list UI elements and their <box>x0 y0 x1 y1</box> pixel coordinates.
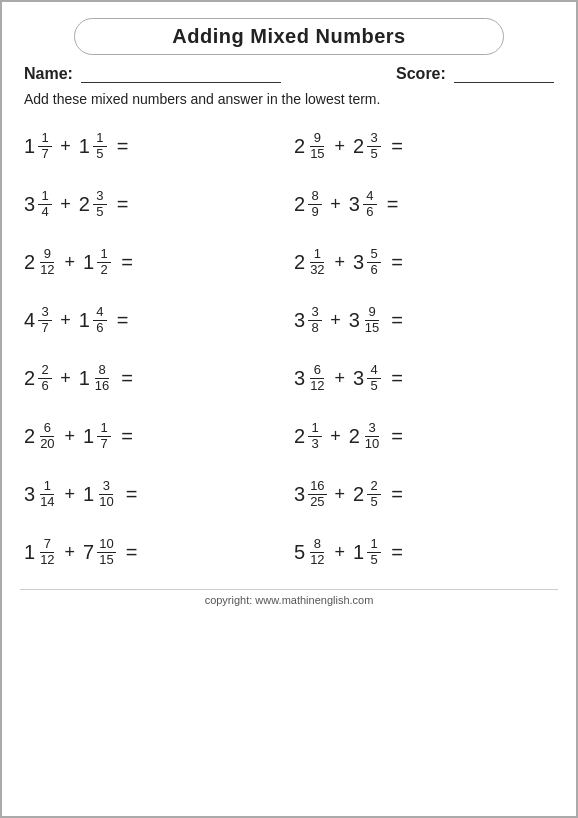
mixed-num-2: 3 5 6 <box>353 247 381 277</box>
mixed-num-2: 3 4 6 <box>349 189 377 219</box>
mixed-num-1: 2 1 32 <box>294 247 327 277</box>
equals-sign: = <box>391 541 403 564</box>
problem-15: 1 7 12 + 7 10 15 = <box>24 523 284 581</box>
problem-11: 2 6 20 + 1 1 7 = <box>24 407 284 465</box>
mixed-num-2: 2 2 5 <box>353 479 381 509</box>
problem-12: 2 1 3 + 2 3 10 = <box>294 407 554 465</box>
problem-1: 1 1 7 + 1 1 5 = <box>24 117 284 175</box>
problem-5: 2 9 12 + 1 1 2 = <box>24 233 284 291</box>
mixed-num-1: 2 6 20 <box>24 421 57 451</box>
instructions: Add these mixed numbers and answer in th… <box>20 91 558 107</box>
plus-sign: + <box>335 368 346 389</box>
plus-sign: + <box>330 426 341 447</box>
plus-sign: + <box>335 252 346 273</box>
equals-sign: = <box>387 193 399 216</box>
problems-grid: 1 1 7 + 1 1 5 = 2 9 15 + 2 3 <box>20 117 558 581</box>
problem-2: 2 9 15 + 2 3 5 = <box>294 117 554 175</box>
mixed-num-1: 4 3 7 <box>24 305 52 335</box>
name-score-row: Name: Score: <box>20 65 558 83</box>
problem-14: 3 16 25 + 2 2 5 = <box>294 465 554 523</box>
mixed-num-2: 7 10 15 <box>83 537 116 567</box>
score-field: Score: <box>396 65 554 83</box>
equals-sign: = <box>121 367 133 390</box>
mixed-num-2: 3 9 15 <box>349 305 382 335</box>
problem-16: 5 8 12 + 1 1 5 = <box>294 523 554 581</box>
mixed-num-1: 2 2 6 <box>24 363 52 393</box>
equals-sign: = <box>126 483 138 506</box>
mixed-num-1: 3 16 25 <box>294 479 327 509</box>
mixed-num-1: 3 1 14 <box>24 479 57 509</box>
mixed-num-1: 2 9 12 <box>24 247 57 277</box>
mixed-num-1: 3 1 4 <box>24 189 52 219</box>
equals-sign: = <box>391 367 403 390</box>
problem-4: 2 8 9 + 3 4 6 = <box>294 175 554 233</box>
equals-sign: = <box>391 309 403 332</box>
plus-sign: + <box>330 310 341 331</box>
equals-sign: = <box>117 135 129 158</box>
problem-7: 4 3 7 + 1 4 6 = <box>24 291 284 349</box>
mixed-num-2: 1 1 7 <box>83 421 111 451</box>
problem-10: 3 6 12 + 3 4 5 = <box>294 349 554 407</box>
mixed-num-2: 1 4 6 <box>79 305 107 335</box>
mixed-num-1: 1 1 7 <box>24 131 52 161</box>
mixed-num-1: 2 8 9 <box>294 189 322 219</box>
mixed-num-1: 3 3 8 <box>294 305 322 335</box>
mixed-num-2: 3 4 5 <box>353 363 381 393</box>
plus-sign: + <box>65 252 76 273</box>
plus-sign: + <box>335 484 346 505</box>
mixed-num-1: 2 1 3 <box>294 421 322 451</box>
problem-6: 2 1 32 + 3 5 6 = <box>294 233 554 291</box>
equals-sign: = <box>391 135 403 158</box>
page-title: Adding Mixed Numbers <box>74 18 504 55</box>
equals-sign: = <box>391 251 403 274</box>
mixed-num-2: 2 3 10 <box>349 421 382 451</box>
mixed-num-1: 1 7 12 <box>24 537 57 567</box>
mixed-num-1: 5 8 12 <box>294 537 327 567</box>
mixed-num-2: 1 1 5 <box>79 131 107 161</box>
equals-sign: = <box>117 193 129 216</box>
mixed-num-2: 1 3 10 <box>83 479 116 509</box>
mixed-num-2: 1 1 5 <box>353 537 381 567</box>
plus-sign: + <box>65 426 76 447</box>
equals-sign: = <box>117 309 129 332</box>
problem-13: 3 1 14 + 1 3 10 = <box>24 465 284 523</box>
plus-sign: + <box>65 484 76 505</box>
equals-sign: = <box>391 483 403 506</box>
plus-sign: + <box>335 136 346 157</box>
mixed-num-2: 2 3 5 <box>79 189 107 219</box>
mixed-num-1: 2 9 15 <box>294 131 327 161</box>
mixed-num-2: 2 3 5 <box>353 131 381 161</box>
copyright: copyright: www.mathinenglish.com <box>20 589 558 606</box>
problem-9: 2 2 6 + 1 8 16 = <box>24 349 284 407</box>
mixed-num-2: 1 1 2 <box>83 247 111 277</box>
plus-sign: + <box>60 368 71 389</box>
name-field: Name: <box>24 65 281 83</box>
plus-sign: + <box>335 542 346 563</box>
equals-sign: = <box>121 425 133 448</box>
plus-sign: + <box>60 310 71 331</box>
plus-sign: + <box>330 194 341 215</box>
equals-sign: = <box>121 251 133 274</box>
mixed-num-1: 3 6 12 <box>294 363 327 393</box>
plus-sign: + <box>60 136 71 157</box>
problem-8: 3 3 8 + 3 9 15 = <box>294 291 554 349</box>
plus-sign: + <box>65 542 76 563</box>
equals-sign: = <box>126 541 138 564</box>
mixed-num-2: 1 8 16 <box>79 363 112 393</box>
plus-sign: + <box>60 194 71 215</box>
problem-3: 3 1 4 + 2 3 5 = <box>24 175 284 233</box>
equals-sign: = <box>391 425 403 448</box>
